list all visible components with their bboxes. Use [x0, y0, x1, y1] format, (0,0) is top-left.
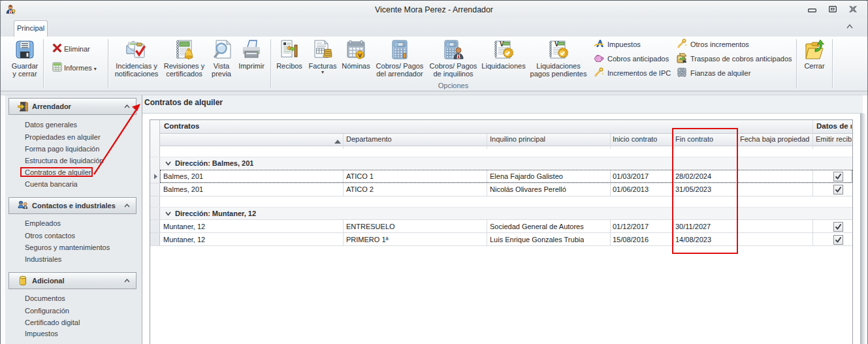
svg-text:0: 0 [402, 42, 404, 47]
svg-text:0: 0 [453, 42, 455, 47]
svg-text:V: V [358, 52, 362, 59]
